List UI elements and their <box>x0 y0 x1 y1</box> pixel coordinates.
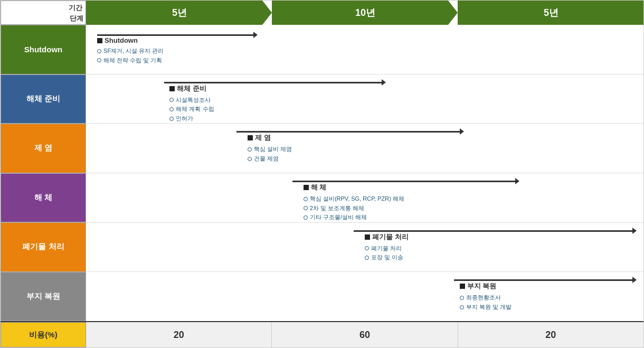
period-label-1: 5년 <box>97 6 272 19</box>
haeche-item-2-text: 2차 및 보조계통 해체 <box>310 204 364 213</box>
circle-icon <box>304 197 308 201</box>
period-cell-1: 5년 <box>86 1 272 25</box>
arrow-shutdown <box>97 34 253 36</box>
gantt-area: Shutdown SF제거, 시설 유지 관리 해체 전략 수립 및 기획 <box>86 25 643 321</box>
circle-icon <box>248 147 252 152</box>
black-sq-icon <box>248 135 253 140</box>
section-title-buji: 부지 복원 <box>460 281 512 291</box>
circle-icon <box>460 305 464 309</box>
sidebar-label-shutdown: Shutdown <box>24 45 62 54</box>
circle-icon <box>97 49 101 53</box>
sidebar-label-waste: 폐기물 처리 <box>22 242 64 252</box>
section-jeyem: 제 염 핵심 설비 제염 건물 제염 <box>248 133 292 163</box>
haeche-junbi-item-2-text: 해체 계획 수립 <box>176 105 214 114</box>
jeyem-item-2: 건물 제염 <box>248 154 292 164</box>
jeyem-item-2-text: 건물 제염 <box>254 154 279 164</box>
sidebar-item-shutdown: Shutdown <box>1 25 86 74</box>
circle-icon <box>304 215 308 220</box>
black-sq-icon <box>304 185 309 190</box>
sidebar-label-jeyem: 제 염 <box>34 143 52 153</box>
shutdown-item-2-text: 해체 전략 수립 및 기획 <box>103 56 162 65</box>
section-title-jeyem: 제 염 <box>248 133 292 143</box>
circle-icon <box>460 296 464 300</box>
section-buji: 부지 복원 최종현황조사 부지 복원 및 개발 <box>460 281 512 312</box>
circle-icon <box>365 246 369 250</box>
haeche-junbi-item-1: 시설특성조사 <box>169 96 214 105</box>
circle-icon <box>304 206 308 210</box>
footer-value-1: 20 <box>86 322 272 347</box>
header-label-cell: 기간 단계 <box>1 1 86 25</box>
buji-item-2-text: 부지 복원 및 개발 <box>466 303 512 312</box>
jeyem-item-1-text: 핵심 설비 제염 <box>254 145 292 154</box>
jeyem-title: 제 염 <box>255 133 271 143</box>
haeche-junbi-item-3: 인허가 <box>169 114 214 124</box>
gantt-row-haeche: 해 체 핵심 설비(RPV, SG, RCP, PZR) 해체 2차 및 보조계… <box>86 173 643 223</box>
buji-title: 부지 복원 <box>467 281 497 291</box>
circle-icon <box>248 157 252 161</box>
haeche-junbi-item-1-text: 시설특성조사 <box>176 96 211 105</box>
gantt-row-buji: 부지 복원 최종현황조사 부지 복원 및 개발 <box>86 272 643 321</box>
sidebar-label-haeche-junbi: 해체 준비 <box>26 94 60 104</box>
section-title-shutdown: Shutdown <box>97 36 164 44</box>
gantt-row-jeyem: 제 염 핵심 설비 제염 건물 제염 <box>86 124 643 173</box>
header-stage-label: 단계 <box>70 14 83 23</box>
black-sq-icon <box>460 284 465 289</box>
buji-item-1: 최종현황조사 <box>460 293 512 303</box>
content-area: Shutdown 해체 준비 제 염 해 체 폐기물 처리 부지 복원 <box>1 25 643 321</box>
header-periods: 5년 10년 5년 <box>86 1 643 25</box>
jeyem-item-1: 핵심 설비 제염 <box>248 145 292 154</box>
header-period-label: 기간 <box>69 3 82 13</box>
footer-value-2: 60 <box>272 322 458 347</box>
section-haeche: 해 체 핵심 설비(RPV, SG, RCP, PZR) 해체 2차 및 보조계… <box>304 183 404 222</box>
period-cell-3: 5년 <box>458 1 643 25</box>
waste-item-2: 포장 및 이송 <box>365 253 409 262</box>
black-sq-icon <box>97 38 102 43</box>
sidebar-item-buji: 부지 복원 <box>1 272 86 322</box>
sidebar-item-jeyem: 제 염 <box>1 124 86 173</box>
section-haeche-junbi: 해체 준비 시설특성조사 해체 계획 수립 인허가 <box>169 84 214 124</box>
haeche-item-3: 기타 구조물/설비 해체 <box>304 213 404 222</box>
footer-values: 20 60 20 <box>86 322 643 347</box>
sidebar: Shutdown 해체 준비 제 염 해 체 폐기물 처리 부지 복원 <box>1 25 86 321</box>
arrow-haeche <box>292 181 515 182</box>
waste-item-1: 폐기물 처리 <box>365 244 409 253</box>
buji-item-1-text: 최종현황조사 <box>466 293 501 303</box>
black-sq-icon <box>169 86 175 91</box>
section-title-haeche-junbi: 해체 준비 <box>169 84 214 93</box>
shutdown-item-2: 해체 전략 수립 및 기획 <box>97 56 164 65</box>
sidebar-label-buji: 부지 복원 <box>26 291 60 302</box>
period-cell-2: 10년 <box>272 1 458 25</box>
circle-icon <box>169 107 174 111</box>
haeche-item-3-text: 기타 구조물/설비 해체 <box>310 213 367 222</box>
footer-value-3: 20 <box>458 322 643 347</box>
arrow-jeyem <box>236 131 459 133</box>
section-title-haeche: 해 체 <box>304 183 404 192</box>
main-container: 기간 단계 5년 10년 5년 Shutdown 해체 준비 제 <box>0 0 644 348</box>
gantt-row-waste: 폐기물 처리 폐기물 처리 포장 및 이송 <box>86 223 643 272</box>
section-waste: 폐기물 처리 폐기물 처리 포장 및 이송 <box>365 232 409 262</box>
buji-item-2: 부지 복원 및 개발 <box>460 303 512 312</box>
header-row: 기간 단계 5년 10년 5년 <box>1 1 643 25</box>
haeche-junbi-item-3-text: 인허가 <box>176 114 193 124</box>
sidebar-item-haeche: 해 체 <box>1 173 86 223</box>
gantt-row-haeche-junbi: 해체 준비 시설특성조사 해체 계획 수립 인허가 <box>86 74 643 124</box>
haeche-junbi-title: 해체 준비 <box>177 84 206 93</box>
haeche-title: 해 체 <box>311 183 327 192</box>
waste-item-2-text: 포장 및 이송 <box>371 253 403 262</box>
footer-label: 비용(%) <box>1 322 86 347</box>
arrow-waste <box>354 230 632 232</box>
shutdown-item-1: SF제거, 시설 유지 관리 <box>97 46 164 56</box>
circle-icon <box>169 117 174 121</box>
period-label-2: 10년 <box>282 6 458 19</box>
shutdown-item-1-text: SF제거, 시설 유지 관리 <box>103 46 164 56</box>
haeche-item-2: 2차 및 보조계통 해체 <box>304 204 404 213</box>
gantt-rows: Shutdown SF제거, 시설 유지 관리 해체 전략 수립 및 기획 <box>86 25 643 321</box>
gantt-row-shutdown: Shutdown SF제거, 시설 유지 관리 해체 전략 수립 및 기획 <box>86 25 643 74</box>
period-label-3: 5년 <box>468 6 643 19</box>
waste-title: 폐기물 처리 <box>372 232 409 242</box>
sidebar-label-haeche: 해 체 <box>34 193 52 203</box>
footer-row: 비용(%) 20 60 20 <box>1 321 643 347</box>
waste-item-1-text: 폐기물 처리 <box>371 244 402 253</box>
circle-icon <box>365 256 369 260</box>
circle-icon <box>169 98 174 102</box>
